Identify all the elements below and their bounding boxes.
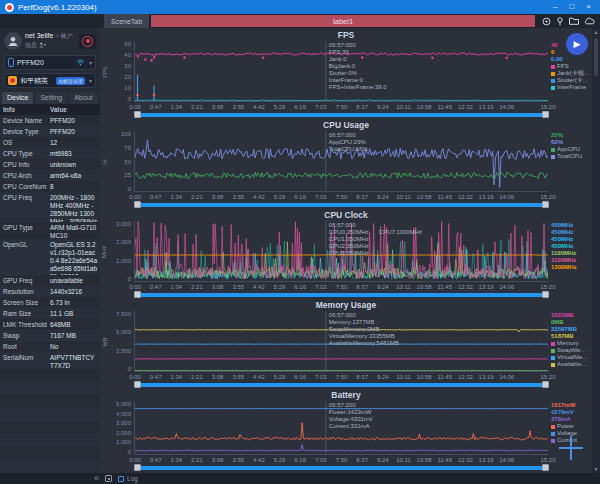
table-row-empty xyxy=(0,382,100,395)
table-row: OS12 xyxy=(0,137,100,148)
chart-title: FPS xyxy=(100,30,592,41)
cpu-usage-plot-area[interactable] xyxy=(135,131,548,191)
y-axis-ticks: 1007550250 xyxy=(109,131,134,192)
h-scrollbar[interactable] xyxy=(135,291,548,299)
scrollbar-thumb[interactable] xyxy=(594,38,598,76)
current-value: 450MHz xyxy=(551,229,592,236)
scene-toolbar xyxy=(537,14,600,28)
vertical-scrollbar[interactable]: ▲ ▼ xyxy=(592,28,600,473)
log-toggle[interactable]: Log xyxy=(118,475,138,482)
table-row-empty xyxy=(0,395,100,408)
h-scrollbar[interactable] xyxy=(135,464,548,472)
y-axis-label: FPS xyxy=(100,41,109,102)
maximize-button[interactable]: □ xyxy=(569,0,574,14)
phone-icon xyxy=(8,58,14,67)
table-row: Device NamePFFM20 xyxy=(0,115,100,126)
current-value: 450MHz xyxy=(551,236,592,243)
scene-bar: SceneTab label1 xyxy=(0,14,600,28)
scroll-down-icon[interactable]: ▼ xyxy=(594,465,599,473)
current-value: 1617mW xyxy=(551,402,592,409)
log-checkbox[interactable] xyxy=(118,476,124,482)
record-icon xyxy=(82,36,93,47)
h-scrollbar[interactable] xyxy=(135,111,548,119)
table-row: Screen Size6.73 in xyxy=(0,297,100,308)
y-axis-label: MHz xyxy=(100,221,109,282)
current-value: 1100MHz xyxy=(551,257,592,264)
legend-item: FPS xyxy=(551,63,592,70)
sidebar-tabs: Device Setting About xyxy=(0,88,100,104)
y-axis-label: MB xyxy=(100,311,109,372)
cpu-clock-plot-area[interactable] xyxy=(135,221,548,281)
y-axis-label xyxy=(100,401,109,455)
battery-chart: Battery 5,0004,0003,0002,0001,0000 06:57… xyxy=(100,390,592,473)
table-row-empty xyxy=(0,434,100,447)
table-row: CPU CoreNum8 xyxy=(0,181,100,192)
scroll-up-icon[interactable]: ▲ xyxy=(594,28,599,36)
current-values-and-legend: 25%62%AppCPUTotalCPU xyxy=(548,131,592,192)
scene-tab[interactable]: SceneTab xyxy=(104,14,149,28)
device-selector[interactable]: PFFM20 ▾ xyxy=(4,55,96,70)
battery-plot-area[interactable] xyxy=(135,401,548,454)
app-selector[interactable]: 和平精英 高帧自试用 ▾ xyxy=(4,73,96,88)
current-value: 450MHz xyxy=(551,222,592,229)
tab-about[interactable]: About xyxy=(69,92,97,104)
table-row-empty xyxy=(0,460,100,473)
table-row-empty xyxy=(0,421,100,434)
memory-plot-area[interactable] xyxy=(135,311,548,371)
app-logo-icon xyxy=(5,3,14,12)
tab-device[interactable]: Device xyxy=(2,92,33,104)
table-row: CPU Archarm64-v8a xyxy=(0,170,100,181)
chart-title: CPU Clock xyxy=(100,210,592,221)
y-axis-label: % xyxy=(100,131,109,192)
play-button[interactable]: ▶ xyxy=(566,33,588,55)
table-row: GPU TypeARM Mali-G710 MC10 xyxy=(0,222,100,239)
chart-title: Battery xyxy=(100,390,592,401)
avatar xyxy=(4,32,22,50)
device-info-table-header: Info Value xyxy=(0,104,100,115)
close-button[interactable]: × xyxy=(586,0,591,14)
current-value: 0.00 xyxy=(551,56,592,63)
current-value: 378mA xyxy=(551,416,592,423)
app-mode-badge: 高帧自试用 xyxy=(56,77,85,85)
user-info: net 3elife ○ 账户信息 xyxy=(25,32,76,50)
fps-chart: FPS FPS 50403020100 06:57:000FPS:39Jank:… xyxy=(100,30,592,120)
legend-item: SwapMemory xyxy=(551,347,592,354)
tab-setting[interactable]: Setting xyxy=(35,92,67,104)
bottom-bar: « Log xyxy=(0,473,600,484)
table-row: RootNo xyxy=(0,341,100,352)
legend-item: InterFrame xyxy=(551,84,592,91)
table-row: OpenGLOpenGL ES 3.2 v1.r32p1-01eac0.4 8e… xyxy=(0,239,100,275)
collapse-sidebar-icon[interactable]: « xyxy=(94,473,99,484)
panel-icon[interactable] xyxy=(105,475,112,482)
refresh-icon[interactable]: ○ xyxy=(55,33,59,39)
pin-icon[interactable] xyxy=(556,17,564,26)
chart-title: CPU Usage xyxy=(100,120,592,131)
content-area: net 3elife ○ 账户信息 PFFM20 ▾ 和平精英 高帧自试用 ▾ xyxy=(0,28,600,473)
fps-plot-area[interactable] xyxy=(135,41,548,101)
device-name: PFFM20 xyxy=(17,59,44,66)
record-stop-button[interactable] xyxy=(79,34,96,49)
folder-icon[interactable] xyxy=(569,17,579,25)
h-scrollbar[interactable] xyxy=(135,381,548,389)
table-row: Device TypePFFM20 xyxy=(0,126,100,137)
current-value: 1300MHz xyxy=(551,264,592,271)
minimize-button[interactable]: – xyxy=(553,0,557,14)
current-value: 33597MB xyxy=(551,326,592,333)
cloud-icon[interactable] xyxy=(584,17,595,25)
current-value: 4279mV xyxy=(551,409,592,416)
crosshair-plus-icon[interactable] xyxy=(558,435,584,461)
cpu-clock-chart: CPU Clock MHz 3,0002,0001,0000 06:57:000… xyxy=(100,210,592,300)
y-axis-ticks: 7,5005,0002,5000 xyxy=(109,311,134,372)
table-row: CPU Typemt6983 xyxy=(0,148,100,159)
scene-label[interactable]: label1 xyxy=(151,15,535,27)
current-values-and-legend: 450MHz450MHz450MHz450MHz1100MHz1100MHz13… xyxy=(548,221,592,282)
wifi-icon xyxy=(76,59,85,66)
table-row: CPU Freq200MHz - 1800MHz 400MHz - 2850MH… xyxy=(0,192,100,222)
target-icon[interactable] xyxy=(542,17,551,26)
h-scrollbar[interactable] xyxy=(135,201,548,209)
perfdog-window: PerfDog(v6.1.220304) – □ × SceneTab labe… xyxy=(0,0,600,484)
table-row: Resolution1440x3216 xyxy=(0,286,100,297)
memory-usage-chart: Memory Usage MB 7,5005,0002,5000 06:57:0… xyxy=(100,300,592,390)
current-value: 62% xyxy=(551,139,592,146)
window-title: PerfDog(v6.1.220304) xyxy=(18,3,97,12)
